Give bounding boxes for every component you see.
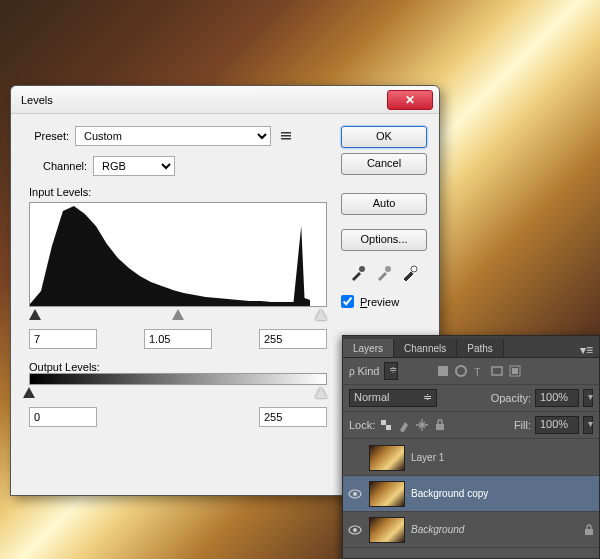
filter-smart-icon[interactable]: [508, 364, 522, 378]
lock-icon: [583, 524, 595, 536]
layer-thumbnail: [369, 445, 405, 471]
ok-button[interactable]: OK: [341, 126, 427, 148]
opacity-dropdown[interactable]: ▾: [583, 389, 593, 407]
svg-rect-13: [386, 425, 391, 430]
input-slider-track[interactable]: [29, 309, 327, 323]
options-button[interactable]: Options...: [341, 229, 427, 251]
eyedropper-white-icon[interactable]: [401, 264, 419, 282]
output-gradient: [29, 373, 327, 385]
filter-adjustment-icon[interactable]: [454, 364, 468, 378]
output-black-slider[interactable]: [23, 387, 35, 398]
svg-rect-19: [585, 529, 593, 535]
output-black-field[interactable]: [29, 407, 97, 427]
tab-channels[interactable]: Channels: [394, 339, 457, 357]
visibility-toggle[interactable]: [347, 450, 363, 466]
opacity-field[interactable]: 100%: [535, 389, 579, 407]
input-mid-field[interactable]: [144, 329, 212, 349]
output-slider-track[interactable]: [29, 387, 327, 401]
layer-row[interactable]: Background copy: [343, 476, 599, 512]
channel-label: Channel:: [43, 160, 87, 172]
output-white-slider[interactable]: [315, 387, 327, 398]
svg-point-4: [385, 266, 391, 272]
svg-rect-6: [438, 366, 448, 376]
svg-rect-1: [281, 135, 291, 137]
layer-name[interactable]: Background copy: [411, 488, 595, 499]
opacity-label: Opacity:: [491, 392, 531, 404]
lock-row: Lock: Fill: 100% ▾: [343, 412, 599, 439]
svg-rect-0: [281, 132, 291, 134]
input-mid-slider[interactable]: [172, 309, 184, 320]
fill-label: Fill:: [514, 419, 531, 431]
layer-thumbnail: [369, 481, 405, 507]
tab-layers[interactable]: Layers: [343, 339, 394, 357]
input-black-slider[interactable]: [29, 309, 41, 320]
svg-point-16: [353, 492, 357, 496]
svg-rect-9: [492, 367, 502, 375]
preset-select[interactable]: Custom: [75, 126, 271, 146]
svg-rect-12: [381, 420, 386, 425]
close-button[interactable]: ✕: [387, 90, 433, 110]
svg-text:T: T: [474, 366, 481, 378]
layer-name[interactable]: Layer 1: [411, 452, 595, 463]
titlebar[interactable]: Levels ✕: [11, 86, 439, 114]
cancel-button[interactable]: Cancel: [341, 153, 427, 175]
eyedropper-black-icon[interactable]: [349, 264, 367, 282]
output-white-field[interactable]: [259, 407, 327, 427]
eyedropper-gray-icon[interactable]: [375, 264, 393, 282]
eyedropper-row: [341, 264, 427, 282]
svg-point-7: [456, 366, 466, 376]
preset-menu-icon[interactable]: [281, 131, 291, 141]
svg-rect-11: [512, 368, 518, 374]
fill-dropdown[interactable]: ▾: [583, 416, 593, 434]
filter-pixel-icon[interactable]: [436, 364, 450, 378]
filter-row: ρ Kind ≑ T: [343, 358, 599, 385]
layer-row[interactable]: Background: [343, 512, 599, 548]
svg-rect-2: [281, 138, 291, 140]
input-white-field[interactable]: [259, 329, 327, 349]
layers-list: Layer 1 Background copy Background: [343, 439, 599, 549]
auto-button[interactable]: Auto: [341, 193, 427, 215]
layer-row[interactable]: Layer 1: [343, 440, 599, 476]
input-levels-label: Input Levels:: [29, 186, 327, 198]
layer-name[interactable]: Background: [411, 524, 577, 535]
layer-thumbnail: [369, 517, 405, 543]
panel-tabs: Layers Channels Paths ▾≡: [343, 336, 599, 358]
visibility-toggle[interactable]: [347, 522, 363, 538]
input-black-field[interactable]: [29, 329, 97, 349]
channel-select[interactable]: RGB: [93, 156, 175, 176]
lock-label: Lock:: [349, 419, 375, 431]
output-levels-label: Output Levels:: [29, 361, 327, 373]
svg-point-18: [353, 528, 357, 532]
kind-label: ρ Kind: [349, 365, 380, 377]
histogram-chart: [30, 206, 310, 306]
fill-field[interactable]: 100%: [535, 416, 579, 434]
kind-select[interactable]: ≑: [384, 362, 398, 380]
lock-transparency-icon[interactable]: [379, 418, 393, 432]
preview-label: Preview: [360, 296, 399, 308]
filter-shape-icon[interactable]: [490, 364, 504, 378]
visibility-toggle[interactable]: [347, 486, 363, 502]
layers-panel: Layers Channels Paths ▾≡ ρ Kind ≑ T Norm…: [342, 335, 600, 559]
lock-position-icon[interactable]: [415, 418, 429, 432]
svg-point-5: [411, 266, 417, 272]
lock-pixels-icon[interactable]: [397, 418, 411, 432]
filter-type-icon[interactable]: T: [472, 364, 486, 378]
lock-all-icon[interactable]: [433, 418, 447, 432]
blend-row: Normal ≑ Opacity: 100% ▾: [343, 385, 599, 412]
preview-checkbox[interactable]: [341, 295, 354, 308]
histogram: [29, 202, 327, 307]
blend-mode-select[interactable]: Normal ≑: [349, 389, 437, 407]
panel-menu-icon[interactable]: ▾≡: [574, 343, 599, 357]
preset-label: Preset:: [29, 130, 69, 142]
dialog-title: Levels: [21, 94, 387, 106]
svg-point-3: [359, 266, 365, 272]
svg-rect-14: [436, 424, 444, 430]
tab-paths[interactable]: Paths: [457, 339, 504, 357]
input-white-slider[interactable]: [315, 309, 327, 320]
